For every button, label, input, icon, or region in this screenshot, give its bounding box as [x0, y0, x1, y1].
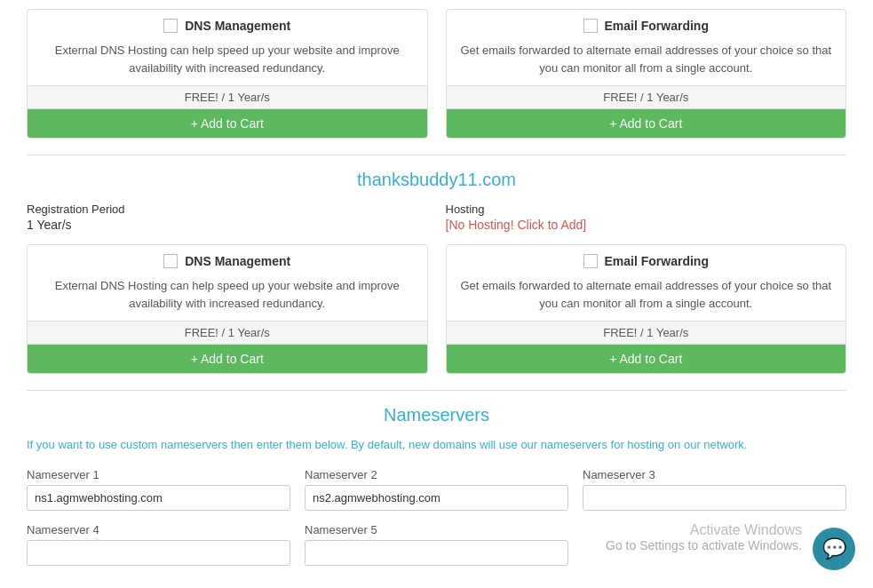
ns2-input[interactable] — [305, 485, 568, 511]
domain-section: thanksbuddy11.com Registration Period 1 … — [27, 155, 846, 374]
domain-title: thanksbuddy11.com — [27, 170, 846, 190]
dns-card-2-header: DNS Management — [28, 245, 427, 274]
hosting-col: Hosting [No Hosting! Click to Add] — [446, 203, 847, 232]
email-fwd-card-2-header: Email Forwarding — [447, 245, 846, 274]
top-cards-row: DNS Management External DNS Hosting can … — [27, 9, 846, 139]
domain-meta: Registration Period 1 Year/s Hosting [No… — [27, 203, 846, 232]
chat-icon: 💬 — [822, 537, 846, 560]
dns-card-2-price: FREE! / 1 Year/s — [28, 321, 427, 345]
registration-value: 1 Year/s — [27, 218, 428, 232]
ns5-label: Nameserver 5 — [305, 523, 568, 536]
ns1-input[interactable] — [27, 485, 290, 511]
page-wrapper: DNS Management External DNS Hosting can … — [0, 0, 873, 588]
hosting-label: Hosting — [446, 203, 847, 216]
email-fwd-card-2: Email Forwarding Get emails forwarded to… — [446, 244, 847, 374]
domain-cards-row: DNS Management External DNS Hosting can … — [27, 244, 846, 374]
email-fwd-card-2-body: Get emails forwarded to alternate email … — [447, 274, 846, 321]
dns-card-2-body: External DNS Hosting can help speed up y… — [28, 274, 427, 321]
ns3-input[interactable] — [583, 485, 846, 511]
chat-bubble-button[interactable]: 💬 — [813, 528, 855, 570]
nameservers-info: If you want to use custom nameservers th… — [27, 436, 846, 454]
email-fwd-card-1-add-button[interactable]: + Add to Cart — [447, 109, 846, 138]
ns4-group: Nameserver 4 — [27, 523, 290, 566]
ns1-group: Nameserver 1 — [27, 468, 290, 511]
email-fwd-card-2-checkbox[interactable] — [583, 254, 598, 268]
ns3-group: Nameserver 3 — [583, 468, 846, 511]
dns-card-1-body: External DNS Hosting can help speed up y… — [28, 38, 427, 85]
email-fwd-card-1-checkbox[interactable] — [583, 19, 598, 33]
registration-col: Registration Period 1 Year/s — [27, 203, 428, 232]
ns4-label: Nameserver 4 — [27, 523, 290, 536]
registration-label: Registration Period — [27, 203, 428, 216]
ns-fields-row-1: Nameserver 1 Nameserver 2 Nameserver 3 — [27, 468, 846, 511]
ns-empty-col — [583, 523, 846, 566]
dns-card-1: DNS Management External DNS Hosting can … — [27, 9, 428, 139]
nameservers-title: Nameservers — [27, 405, 846, 425]
ns1-label: Nameserver 1 — [27, 468, 290, 481]
dns-card-2-title: DNS Management — [185, 254, 290, 268]
dns-card-2-checkbox[interactable] — [163, 254, 178, 268]
email-fwd-card-1: Email Forwarding Get emails forwarded to… — [446, 9, 847, 139]
email-fwd-card-1-price: FREE! / 1 Year/s — [447, 85, 846, 109]
email-fwd-card-1-title: Email Forwarding — [605, 19, 709, 33]
ns5-input[interactable] — [305, 540, 568, 566]
dns-card-1-title: DNS Management — [185, 19, 290, 33]
dns-card-1-checkbox[interactable] — [163, 19, 178, 33]
email-fwd-card-1-body: Get emails forwarded to alternate email … — [447, 38, 846, 85]
dns-card-1-header: DNS Management — [28, 10, 427, 38]
hosting-value[interactable]: [No Hosting! Click to Add] — [446, 218, 847, 232]
ns4-input[interactable] — [27, 540, 290, 566]
ns2-group: Nameserver 2 — [305, 468, 568, 511]
ns-fields-row-2: Nameserver 4 Nameserver 5 — [27, 523, 846, 566]
ns3-label: Nameserver 3 — [583, 468, 846, 481]
dns-card-1-add-button[interactable]: + Add to Cart — [28, 109, 427, 138]
email-fwd-card-1-header: Email Forwarding — [447, 10, 846, 38]
ns2-label: Nameserver 2 — [305, 468, 568, 481]
email-fwd-card-2-title: Email Forwarding — [605, 254, 709, 268]
ns5-group: Nameserver 5 — [305, 523, 568, 566]
email-fwd-card-2-price: FREE! / 1 Year/s — [447, 321, 846, 345]
dns-card-2-add-button[interactable]: + Add to Cart — [28, 345, 427, 373]
nameservers-section: Nameservers If you want to use custom na… — [27, 390, 846, 566]
dns-card-2: DNS Management External DNS Hosting can … — [27, 244, 428, 374]
dns-card-1-price: FREE! / 1 Year/s — [28, 85, 427, 109]
email-fwd-card-2-add-button[interactable]: + Add to Cart — [447, 345, 846, 373]
